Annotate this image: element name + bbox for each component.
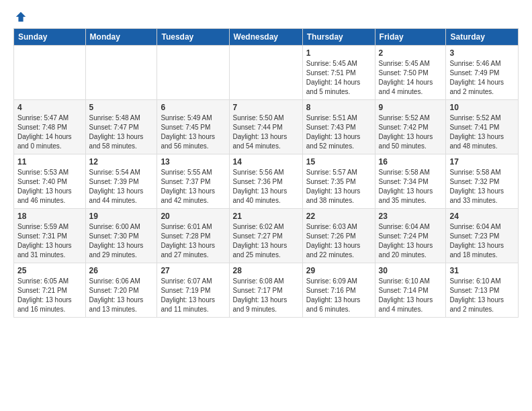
calendar-header-row: SundayMondayTuesdayWednesdayThursdayFrid… xyxy=(14,29,519,46)
calendar-cell-1-7: 3Sunrise: 5:46 AM Sunset: 7:49 PM Daylig… xyxy=(446,46,519,100)
day-number: 2 xyxy=(379,48,443,58)
cell-content: Sunrise: 6:04 AM Sunset: 7:24 PM Dayligh… xyxy=(379,222,443,260)
day-header-monday: Monday xyxy=(85,29,157,46)
day-number: 5 xyxy=(89,103,154,112)
day-number: 28 xyxy=(233,266,299,275)
calendar-cell-3-3: 13Sunrise: 5:55 AM Sunset: 7:37 PM Dayli… xyxy=(157,154,229,209)
calendar-cell-5-4: 28Sunrise: 6:08 AM Sunset: 7:17 PM Dayli… xyxy=(229,263,302,318)
day-number: 24 xyxy=(449,212,515,221)
cell-content: Sunrise: 6:08 AM Sunset: 7:17 PM Dayligh… xyxy=(233,277,299,314)
day-header-tuesday: Tuesday xyxy=(157,29,229,46)
cell-content: Sunrise: 5:58 AM Sunset: 7:32 PM Dayligh… xyxy=(449,168,515,205)
cell-content: Sunrise: 6:04 AM Sunset: 7:23 PM Dayligh… xyxy=(449,222,515,260)
cell-content: Sunrise: 5:45 AM Sunset: 7:50 PM Dayligh… xyxy=(379,59,443,97)
calendar-cell-1-1 xyxy=(14,46,86,100)
calendar-cell-1-4 xyxy=(229,46,302,100)
calendar-cell-3-6: 16Sunrise: 5:58 AM Sunset: 7:34 PM Dayli… xyxy=(375,154,446,209)
cell-content: Sunrise: 5:58 AM Sunset: 7:34 PM Dayligh… xyxy=(379,168,443,205)
calendar-cell-5-3: 27Sunrise: 6:07 AM Sunset: 7:19 PM Dayli… xyxy=(157,263,229,318)
calendar-cell-4-4: 21Sunrise: 6:02 AM Sunset: 7:27 PM Dayli… xyxy=(229,209,302,263)
svg-marker-0 xyxy=(16,12,26,21)
day-header-friday: Friday xyxy=(375,29,446,46)
cell-content: Sunrise: 6:09 AM Sunset: 7:16 PM Dayligh… xyxy=(306,277,371,314)
logo xyxy=(13,11,27,23)
calendar-week-3: 11Sunrise: 5:53 AM Sunset: 7:40 PM Dayli… xyxy=(14,154,519,209)
day-header-thursday: Thursday xyxy=(302,29,375,46)
calendar-cell-2-2: 5Sunrise: 5:48 AM Sunset: 7:47 PM Daylig… xyxy=(85,100,157,154)
cell-content: Sunrise: 5:51 AM Sunset: 7:43 PM Dayligh… xyxy=(306,113,371,151)
calendar-cell-2-5: 8Sunrise: 5:51 AM Sunset: 7:43 PM Daylig… xyxy=(302,100,375,154)
day-number: 1 xyxy=(306,48,371,58)
calendar-week-5: 25Sunrise: 6:05 AM Sunset: 7:21 PM Dayli… xyxy=(14,263,519,318)
day-number: 23 xyxy=(379,212,443,221)
cell-content: Sunrise: 6:02 AM Sunset: 7:27 PM Dayligh… xyxy=(233,222,299,260)
day-number: 3 xyxy=(449,48,515,58)
page-header xyxy=(13,11,519,23)
calendar-cell-4-5: 22Sunrise: 6:03 AM Sunset: 7:26 PM Dayli… xyxy=(302,209,375,263)
day-header-saturday: Saturday xyxy=(446,29,519,46)
cell-content: Sunrise: 6:01 AM Sunset: 7:28 PM Dayligh… xyxy=(161,222,225,260)
cell-content: Sunrise: 6:07 AM Sunset: 7:19 PM Dayligh… xyxy=(161,277,225,314)
cell-content: Sunrise: 6:03 AM Sunset: 7:26 PM Dayligh… xyxy=(306,222,371,260)
day-number: 27 xyxy=(161,266,225,275)
calendar-cell-5-7: 31Sunrise: 6:10 AM Sunset: 7:13 PM Dayli… xyxy=(446,263,519,318)
calendar-body: 1Sunrise: 5:45 AM Sunset: 7:51 PM Daylig… xyxy=(14,46,519,318)
calendar-cell-3-7: 17Sunrise: 5:58 AM Sunset: 7:32 PM Dayli… xyxy=(446,154,519,209)
calendar-cell-2-6: 9Sunrise: 5:52 AM Sunset: 7:42 PM Daylig… xyxy=(375,100,446,154)
day-number: 31 xyxy=(449,266,515,275)
day-header-wednesday: Wednesday xyxy=(229,29,302,46)
day-number: 13 xyxy=(161,157,225,167)
cell-content: Sunrise: 5:52 AM Sunset: 7:41 PM Dayligh… xyxy=(449,113,515,151)
calendar-cell-2-3: 6Sunrise: 5:49 AM Sunset: 7:45 PM Daylig… xyxy=(157,100,229,154)
calendar-cell-4-7: 24Sunrise: 6:04 AM Sunset: 7:23 PM Dayli… xyxy=(446,209,519,263)
calendar-cell-2-7: 10Sunrise: 5:52 AM Sunset: 7:41 PM Dayli… xyxy=(446,100,519,154)
cell-content: Sunrise: 6:10 AM Sunset: 7:13 PM Dayligh… xyxy=(449,277,515,314)
calendar-cell-3-5: 15Sunrise: 5:57 AM Sunset: 7:35 PM Dayli… xyxy=(302,154,375,209)
calendar-cell-1-2 xyxy=(85,46,157,100)
calendar-cell-3-4: 14Sunrise: 5:56 AM Sunset: 7:36 PM Dayli… xyxy=(229,154,302,209)
logo-icon xyxy=(15,11,27,23)
cell-content: Sunrise: 5:49 AM Sunset: 7:45 PM Dayligh… xyxy=(161,113,225,151)
calendar-cell-1-5: 1Sunrise: 5:45 AM Sunset: 7:51 PM Daylig… xyxy=(302,46,375,100)
calendar-cell-3-2: 12Sunrise: 5:54 AM Sunset: 7:39 PM Dayli… xyxy=(85,154,157,209)
day-number: 18 xyxy=(17,212,82,221)
day-number: 8 xyxy=(306,103,371,112)
calendar-week-4: 18Sunrise: 5:59 AM Sunset: 7:31 PM Dayli… xyxy=(14,209,519,263)
calendar-cell-2-4: 7Sunrise: 5:50 AM Sunset: 7:44 PM Daylig… xyxy=(229,100,302,154)
calendar-cell-4-3: 20Sunrise: 6:01 AM Sunset: 7:28 PM Dayli… xyxy=(157,209,229,263)
day-number: 21 xyxy=(233,212,299,221)
cell-content: Sunrise: 6:06 AM Sunset: 7:20 PM Dayligh… xyxy=(89,277,154,314)
calendar-week-2: 4Sunrise: 5:47 AM Sunset: 7:48 PM Daylig… xyxy=(14,100,519,154)
calendar-cell-1-3 xyxy=(157,46,229,100)
calendar-cell-3-1: 11Sunrise: 5:53 AM Sunset: 7:40 PM Dayli… xyxy=(14,154,86,209)
cell-content: Sunrise: 5:47 AM Sunset: 7:48 PM Dayligh… xyxy=(17,113,82,151)
cell-content: Sunrise: 5:59 AM Sunset: 7:31 PM Dayligh… xyxy=(17,222,82,260)
calendar-table: SundayMondayTuesdayWednesdayThursdayFrid… xyxy=(13,28,519,318)
day-number: 4 xyxy=(17,103,82,112)
calendar-cell-4-6: 23Sunrise: 6:04 AM Sunset: 7:24 PM Dayli… xyxy=(375,209,446,263)
calendar-cell-4-2: 19Sunrise: 6:00 AM Sunset: 7:30 PM Dayli… xyxy=(85,209,157,263)
day-number: 12 xyxy=(89,157,154,167)
cell-content: Sunrise: 5:50 AM Sunset: 7:44 PM Dayligh… xyxy=(233,113,299,151)
calendar-cell-5-5: 29Sunrise: 6:09 AM Sunset: 7:16 PM Dayli… xyxy=(302,263,375,318)
calendar-cell-4-1: 18Sunrise: 5:59 AM Sunset: 7:31 PM Dayli… xyxy=(14,209,86,263)
cell-content: Sunrise: 6:05 AM Sunset: 7:21 PM Dayligh… xyxy=(17,277,82,314)
day-number: 6 xyxy=(161,103,225,112)
cell-content: Sunrise: 6:10 AM Sunset: 7:14 PM Dayligh… xyxy=(379,277,443,314)
day-header-sunday: Sunday xyxy=(14,29,86,46)
calendar-week-1: 1Sunrise: 5:45 AM Sunset: 7:51 PM Daylig… xyxy=(14,46,519,100)
day-number: 11 xyxy=(17,157,82,167)
cell-content: Sunrise: 5:55 AM Sunset: 7:37 PM Dayligh… xyxy=(161,168,225,205)
cell-content: Sunrise: 5:48 AM Sunset: 7:47 PM Dayligh… xyxy=(89,113,154,151)
cell-content: Sunrise: 5:57 AM Sunset: 7:35 PM Dayligh… xyxy=(306,168,371,205)
day-number: 16 xyxy=(379,157,443,167)
cell-content: Sunrise: 5:46 AM Sunset: 7:49 PM Dayligh… xyxy=(449,59,515,97)
cell-content: Sunrise: 5:52 AM Sunset: 7:42 PM Dayligh… xyxy=(379,113,443,151)
day-number: 20 xyxy=(161,212,225,221)
cell-content: Sunrise: 5:56 AM Sunset: 7:36 PM Dayligh… xyxy=(233,168,299,205)
day-number: 15 xyxy=(306,157,371,167)
cell-content: Sunrise: 5:45 AM Sunset: 7:51 PM Dayligh… xyxy=(306,59,371,97)
calendar-cell-5-6: 30Sunrise: 6:10 AM Sunset: 7:14 PM Dayli… xyxy=(375,263,446,318)
cell-content: Sunrise: 5:54 AM Sunset: 7:39 PM Dayligh… xyxy=(89,168,154,205)
day-number: 29 xyxy=(306,266,371,275)
